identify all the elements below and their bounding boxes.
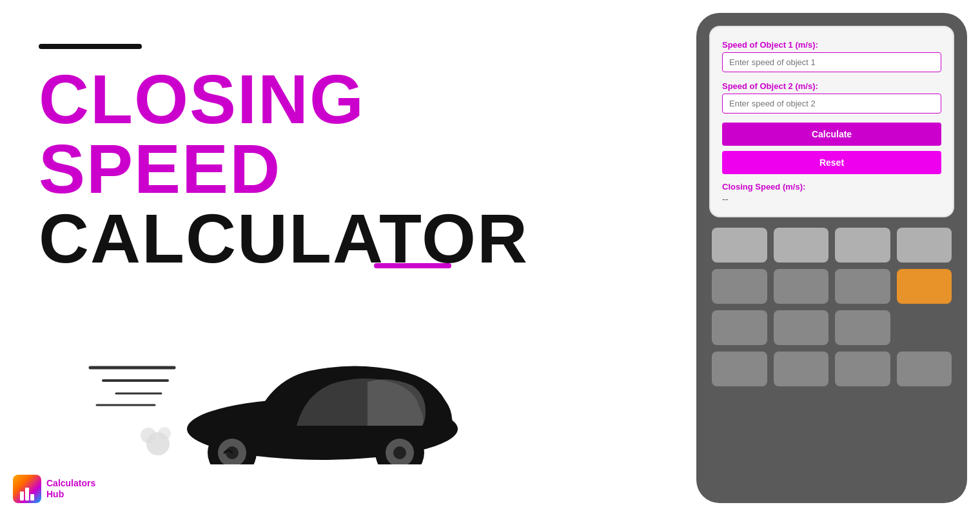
key-6[interactable] <box>774 269 829 304</box>
reset-button[interactable]: Reset <box>722 151 941 174</box>
title-line2: CALCULATOR <box>39 204 587 273</box>
car-illustration <box>84 303 503 464</box>
decorative-line-black <box>39 44 142 49</box>
key-3[interactable] <box>835 228 890 263</box>
key-orange[interactable] <box>897 269 952 304</box>
logo-icon <box>13 475 41 503</box>
svg-point-13 <box>393 446 406 459</box>
key-5[interactable] <box>712 269 767 304</box>
title-line1: CLOSING SPEED <box>39 64 587 204</box>
key-14[interactable] <box>897 352 952 386</box>
key-2[interactable] <box>774 228 829 263</box>
key-4[interactable] <box>897 228 952 263</box>
logo-area: Calculators Hub <box>13 475 95 503</box>
calculator-device: Speed of Object 1 (m/s): Speed of Object… <box>696 13 967 503</box>
key-10[interactable] <box>835 310 890 345</box>
logo-bar-3 <box>30 494 34 501</box>
key-9[interactable] <box>774 310 829 345</box>
key-1[interactable] <box>712 228 767 263</box>
calculate-button[interactable]: Calculate <box>722 123 941 146</box>
key-11[interactable] <box>712 352 767 386</box>
key-7[interactable] <box>835 269 890 304</box>
title-area: CLOSING SPEED CALCULATOR <box>39 64 587 273</box>
key-12[interactable] <box>774 352 829 386</box>
svg-point-6 <box>141 428 156 443</box>
speed-object1-input[interactable] <box>722 52 941 72</box>
key-8[interactable] <box>712 310 767 345</box>
calc-keypad <box>709 228 954 386</box>
field1-label: Speed of Object 1 (m/s): <box>722 40 941 50</box>
logo-text: Calculators Hub <box>46 478 95 500</box>
key-13[interactable] <box>835 352 890 386</box>
result-label: Closing Speed (m/s): <box>722 182 941 192</box>
svg-point-7 <box>158 427 171 440</box>
calc-screen: Speed of Object 1 (m/s): Speed of Object… <box>709 26 954 217</box>
logo-bar-1 <box>20 491 24 501</box>
speed-object2-input[interactable] <box>722 94 941 114</box>
logo-bar-2 <box>25 488 29 501</box>
field2-label: Speed of Object 2 (m/s): <box>722 81 941 91</box>
result-value: -- <box>722 194 941 204</box>
